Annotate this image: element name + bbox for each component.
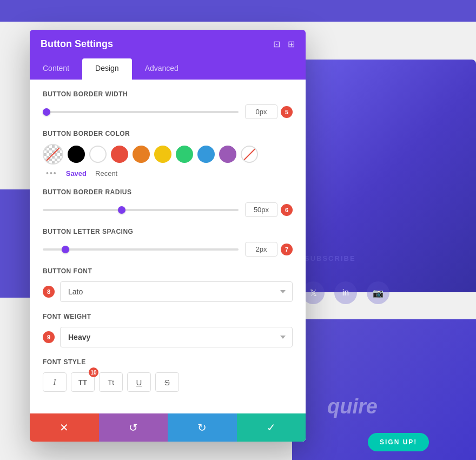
border-radius-section: Button Border Radius 6 (43, 188, 293, 217)
letter-spacing-slider-row: 7 (43, 242, 293, 257)
border-width-value-box: 5 (245, 104, 293, 119)
italic-btn[interactable]: I (43, 372, 67, 392)
recent-tab[interactable]: Recent (95, 169, 117, 178)
step-badge-8: 8 (43, 286, 55, 298)
step-badge-9: 9 (43, 331, 55, 343)
tab-bar: Content Design Advanced (30, 58, 306, 80)
button-settings-modal: Button Settings ⊡ ⊞ Content Design Advan… (30, 30, 306, 442)
font-weight-select[interactable]: Light Regular Medium Heavy Bold (60, 327, 293, 347)
border-width-input[interactable] (245, 104, 277, 119)
font-style-label: Font Style (43, 358, 293, 366)
modal-body: Button Border Width 5 Button Border Colo… (30, 80, 306, 413)
modal-footer: ✕ ↺ ↻ ✓ (30, 413, 306, 442)
border-radius-label: Button Border Radius (43, 188, 293, 196)
left-strip (0, 189, 32, 298)
header-icons: ⊡ ⊞ (273, 39, 295, 49)
border-radius-slider[interactable] (43, 209, 239, 211)
undo-icon: ↺ (129, 421, 138, 434)
swatch-green[interactable] (176, 146, 193, 163)
font-style-section: Font Style I TT 10 Tt U S (43, 358, 293, 392)
border-width-slider-row: 5 (43, 104, 293, 119)
font-select[interactable]: Lato Open Sans Roboto Montserrat (60, 281, 293, 302)
tab-design[interactable]: Design (82, 58, 132, 80)
border-color-section: Button Border Color ••• Saved Recent (43, 130, 293, 178)
border-width-slider[interactable] (43, 111, 239, 113)
border-color-label: Button Border Color (43, 130, 293, 137)
letter-spacing-label: Button Letter Spacing (43, 228, 293, 235)
confirm-icon: ✓ (267, 421, 276, 434)
undo-button[interactable]: ↺ (99, 413, 168, 442)
modal-header: Button Settings ⊡ ⊞ (30, 30, 306, 58)
letter-spacing-input[interactable] (245, 242, 277, 257)
swatch-none[interactable] (241, 146, 258, 163)
tab-advanced[interactable]: Advanced (132, 58, 191, 80)
swatch-purple[interactable] (219, 146, 236, 163)
social-icons-row: 𝕏 in 📷 (302, 281, 389, 304)
transparent-swatch[interactable] (43, 144, 63, 165)
letter-spacing-section: Button Letter Spacing 7 (43, 228, 293, 257)
color-picker-row (43, 144, 293, 165)
font-weight-label: Font Weight (43, 313, 293, 320)
cancel-button[interactable]: ✕ (30, 413, 99, 442)
saved-tab[interactable]: Saved (66, 169, 87, 178)
step-badge-7: 7 (281, 244, 293, 255)
capitalize-btn[interactable]: Tt (99, 372, 123, 392)
subscribe-label: SUBSCRIBE (305, 254, 356, 262)
border-width-label: Button Border Width (43, 90, 293, 98)
expand-icon[interactable]: ⊡ (273, 39, 280, 49)
redo-button[interactable]: ↻ (168, 413, 237, 442)
strikethrough-btn[interactable]: S (155, 372, 179, 392)
font-dropdown-row: 8 Lato Open Sans Roboto Montserrat (43, 281, 293, 302)
more-colors-icon[interactable]: ••• (46, 169, 57, 178)
cancel-icon: ✕ (60, 421, 69, 434)
swatch-orange[interactable] (133, 146, 150, 163)
swatch-blue[interactable] (197, 146, 215, 163)
font-weight-dropdown-row: 9 Light Regular Medium Heavy Bold (43, 327, 293, 347)
letter-spacing-value-box: 7 (245, 242, 293, 257)
font-section: Button Font 8 Lato Open Sans Roboto Mont… (43, 267, 293, 302)
swatch-white[interactable] (89, 146, 107, 163)
step-badge-6: 6 (281, 204, 293, 216)
font-weight-section: Font Weight 9 Light Regular Medium Heavy… (43, 313, 293, 347)
linkedin-icon: in (334, 281, 357, 304)
border-radius-slider-row: 6 (43, 202, 293, 217)
border-radius-value-box: 6 (245, 202, 293, 217)
letter-spacing-slider[interactable] (43, 248, 239, 251)
border-width-section: Button Border Width 5 (43, 90, 293, 119)
font-label: Button Font (43, 267, 293, 275)
redo-icon: ↻ (197, 421, 207, 434)
swatch-yellow[interactable] (154, 146, 171, 163)
modal-title: Button Settings (41, 38, 113, 50)
confirm-button[interactable]: ✓ (237, 413, 306, 442)
allcaps-btn[interactable]: TT 10 (71, 372, 95, 392)
columns-icon[interactable]: ⊞ (288, 39, 295, 49)
step-badge-5: 5 (281, 106, 293, 118)
font-style-buttons: I TT 10 Tt U S (43, 372, 293, 392)
color-tabs-row: ••• Saved Recent (43, 169, 293, 178)
border-radius-input[interactable] (245, 202, 277, 217)
underline-btn[interactable]: U (127, 372, 151, 392)
top-bar (0, 0, 476, 22)
squire-text: quire (327, 395, 378, 418)
swatch-black[interactable] (68, 146, 85, 163)
instagram-icon: 📷 (367, 281, 389, 304)
swatch-red[interactable] (111, 146, 128, 163)
signup-button[interactable]: SIGN UP! (368, 433, 429, 451)
tab-content[interactable]: Content (30, 58, 82, 80)
